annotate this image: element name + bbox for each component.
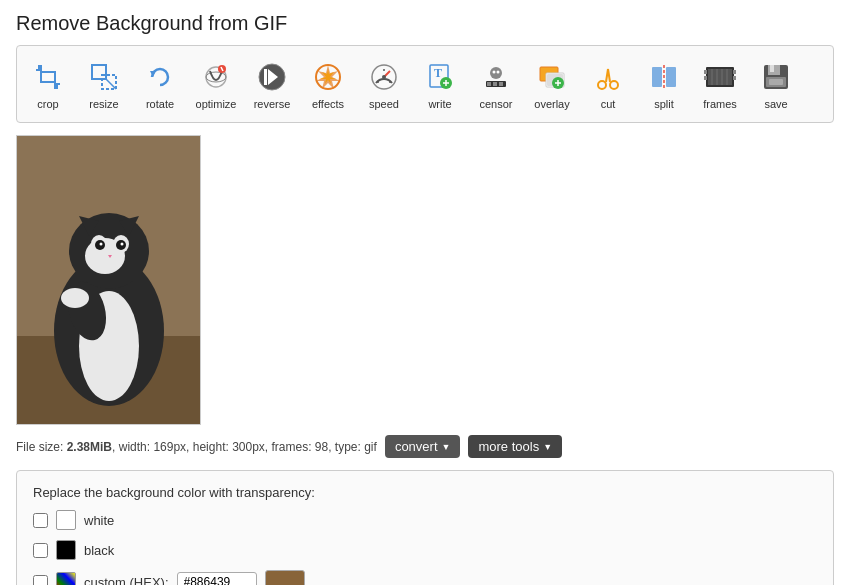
cut-icon [590, 59, 626, 95]
svg-point-45 [610, 81, 618, 89]
tool-resize-label: resize [89, 98, 118, 110]
svg-line-47 [608, 69, 610, 82]
tool-rotate-label: rotate [146, 98, 174, 110]
overlay-icon [534, 59, 570, 95]
tool-cut-label: cut [601, 98, 616, 110]
tool-frames-label: frames [703, 98, 737, 110]
svg-point-82 [61, 288, 89, 308]
effects-icon [310, 59, 346, 95]
svg-rect-53 [704, 70, 707, 74]
resize-icon [86, 59, 122, 95]
custom-swatch [56, 572, 76, 585]
tool-optimize[interactable]: optimize [189, 50, 243, 118]
svg-point-44 [598, 81, 606, 89]
svg-point-76 [100, 243, 103, 246]
svg-rect-5 [54, 83, 60, 85]
rotate-icon [142, 59, 178, 95]
tool-split-label: split [654, 98, 674, 110]
black-color-option: black [33, 540, 817, 560]
tool-reverse[interactable]: reverse [245, 50, 299, 118]
svg-rect-56 [733, 76, 736, 80]
options-title: Replace the background color with transp… [33, 485, 817, 500]
convert-button[interactable]: convert [385, 435, 461, 458]
gif-preview [16, 135, 201, 425]
black-swatch [56, 540, 76, 560]
tool-censor-label: censor [479, 98, 512, 110]
tool-rotate[interactable]: rotate [133, 50, 187, 118]
crop-icon [30, 59, 66, 95]
tool-overlay-label: overlay [534, 98, 569, 110]
svg-rect-7 [54, 85, 58, 89]
black-label: black [84, 543, 114, 558]
svg-point-32 [493, 70, 496, 73]
options-panel: Replace the background color with transp… [16, 470, 834, 585]
tool-censor[interactable]: censor [469, 50, 523, 118]
svg-rect-18 [264, 69, 267, 85]
svg-rect-54 [704, 76, 707, 80]
tool-cut[interactable]: cut [581, 50, 635, 118]
file-details: width: 169px, height: 300px, frames: 98,… [119, 440, 377, 454]
black-checkbox[interactable] [33, 543, 48, 558]
svg-point-31 [490, 67, 502, 79]
tool-frames[interactable]: frames [693, 50, 747, 118]
tool-save[interactable]: save [749, 50, 803, 118]
file-info: File size: 2.38MiB, width: 169px, height… [16, 435, 834, 458]
svg-point-22 [382, 75, 386, 79]
custom-color-preview [265, 570, 305, 585]
write-icon: T [422, 59, 458, 95]
svg-point-33 [497, 70, 500, 73]
svg-rect-55 [733, 70, 736, 74]
svg-text:T: T [434, 66, 442, 80]
tool-split[interactable]: split [637, 50, 691, 118]
reverse-icon [254, 59, 290, 95]
frames-icon [702, 59, 738, 95]
svg-rect-6 [38, 65, 42, 69]
file-size-label: File size: 2.38MiB, width: 169px, height… [16, 440, 377, 454]
svg-rect-63 [770, 65, 774, 72]
custom-checkbox[interactable] [33, 575, 48, 586]
svg-rect-48 [652, 67, 662, 87]
save-icon [758, 59, 794, 95]
white-checkbox[interactable] [33, 513, 48, 528]
svg-rect-49 [666, 67, 676, 87]
tool-effects[interactable]: effects [301, 50, 355, 118]
white-color-option: white [33, 510, 817, 530]
tool-overlay[interactable]: overlay [525, 50, 579, 118]
custom-color-option: custom (HEX): [33, 570, 817, 585]
white-swatch [56, 510, 76, 530]
tool-write[interactable]: T write [413, 50, 467, 118]
optimize-icon [198, 59, 234, 95]
svg-rect-8 [92, 65, 106, 79]
page-title: Remove Background from GIF [16, 12, 834, 35]
censor-icon [478, 59, 514, 95]
tool-crop-label: crop [37, 98, 58, 110]
tool-optimize-label: optimize [196, 98, 237, 110]
split-icon [646, 59, 682, 95]
tool-speed-label: speed [369, 98, 399, 110]
tool-speed[interactable]: speed [357, 50, 411, 118]
more-tools-button[interactable]: more tools [468, 435, 562, 458]
svg-rect-3 [42, 71, 56, 73]
content-area [16, 135, 834, 425]
tool-reverse-label: reverse [254, 98, 291, 110]
svg-rect-52 [708, 69, 732, 85]
svg-rect-4 [36, 69, 42, 71]
tool-crop[interactable]: crop [21, 50, 75, 118]
hex-input[interactable] [177, 572, 257, 585]
svg-line-10 [106, 79, 116, 89]
toolbar: crop resize rotate [16, 45, 834, 123]
svg-rect-35 [487, 82, 491, 86]
file-size-value: 2.38MiB [67, 440, 112, 454]
tool-write-label: write [428, 98, 451, 110]
svg-point-77 [121, 243, 124, 246]
gif-image [17, 136, 200, 424]
speed-icon [366, 59, 402, 95]
tool-effects-label: effects [312, 98, 344, 110]
svg-rect-37 [499, 82, 503, 86]
tool-resize[interactable]: resize [77, 50, 131, 118]
tool-save-label: save [764, 98, 787, 110]
white-label: white [84, 513, 114, 528]
svg-rect-65 [769, 79, 783, 85]
custom-label: custom (HEX): [84, 575, 169, 586]
svg-rect-36 [493, 82, 497, 86]
